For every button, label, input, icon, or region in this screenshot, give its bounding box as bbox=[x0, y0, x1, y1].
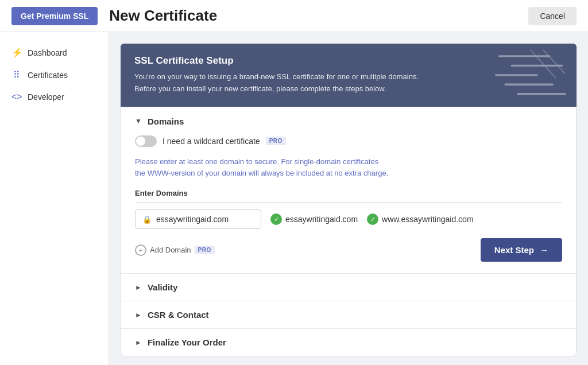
domain-input-wrapper: 🔒 bbox=[135, 209, 261, 229]
finalize-section-title: Finalize Your Order bbox=[148, 337, 226, 347]
setup-card: ▼ Domains I need a wildcard certificate … bbox=[121, 107, 577, 357]
domain-input[interactable] bbox=[156, 215, 254, 224]
sidebar-item-label: Developer bbox=[28, 92, 64, 102]
chevron-down-icon: ▼ bbox=[135, 117, 142, 125]
add-domain-button[interactable]: + Add Domain PRO bbox=[135, 244, 215, 256]
enter-domains-label: Enter Domains bbox=[135, 189, 562, 197]
domains-row: 🔒 ✓ essaywritingaid.com ✓ www.essaywriti… bbox=[135, 209, 562, 229]
check-icon-1: ✓ bbox=[270, 213, 282, 225]
info-text: Please enter at least one domain to secu… bbox=[135, 156, 562, 180]
finalize-section: ► Finalize Your Order bbox=[121, 329, 576, 356]
confirmed-domain-2: ✓ www.essaywritingaid.com bbox=[367, 213, 474, 225]
chevron-right-icon: ► bbox=[135, 339, 142, 347]
wildcard-toggle[interactable] bbox=[135, 135, 157, 147]
wildcard-row: I need a wildcard certificate PRO bbox=[135, 135, 562, 147]
bottom-row: + Add Domain PRO Next Step → bbox=[135, 238, 562, 262]
csr-contact-section-header[interactable]: ► CSR & Contact bbox=[121, 301, 576, 328]
grid-icon: ⠿ bbox=[11, 69, 22, 80]
validity-section-header[interactable]: ► Validity bbox=[121, 274, 576, 301]
plus-circle-icon: + bbox=[135, 244, 146, 256]
page-title: New Certificate bbox=[109, 7, 517, 25]
lock-icon: 🔒 bbox=[142, 215, 152, 224]
ssl-banner: SSL Certificate Setup You're on your way… bbox=[121, 44, 577, 107]
main-content: SSL Certificate Setup You're on your way… bbox=[109, 32, 588, 365]
get-premium-button[interactable]: Get Premium SSL bbox=[11, 7, 98, 25]
sidebar-item-label: Dashboard bbox=[28, 48, 67, 57]
ssl-banner-description: You're on your way to issuing a brand-ne… bbox=[134, 71, 479, 95]
sidebar: ⚡ Dashboard ⠿ Certificates <> Developer bbox=[0, 32, 109, 365]
main-layout: ⚡ Dashboard ⠿ Certificates <> Developer … bbox=[0, 32, 588, 365]
domains-section: ▼ Domains I need a wildcard certificate … bbox=[121, 107, 576, 274]
sidebar-item-certificates[interactable]: ⠿ Certificates bbox=[0, 64, 109, 86]
sidebar-item-label: Certificates bbox=[28, 71, 68, 80]
svg-line-5 bbox=[531, 50, 556, 78]
confirmed-domain-1: ✓ essaywritingaid.com bbox=[270, 213, 358, 225]
domains-section-body: I need a wildcard certificate PRO Please… bbox=[121, 135, 576, 274]
csr-contact-section-title: CSR & Contact bbox=[148, 310, 209, 320]
svg-line-6 bbox=[543, 50, 565, 74]
add-domain-pro-badge: PRO bbox=[195, 246, 215, 254]
wildcard-pro-badge: PRO bbox=[266, 137, 286, 145]
banner-decoration bbox=[485, 44, 577, 107]
sidebar-item-developer[interactable]: <> Developer bbox=[0, 86, 109, 108]
chevron-right-icon: ► bbox=[135, 311, 142, 319]
domains-section-title: Domains bbox=[148, 117, 184, 126]
confirmed-domain-1-label: essaywritingaid.com bbox=[285, 215, 358, 224]
chevron-right-icon: ► bbox=[135, 284, 142, 292]
domains-section-header[interactable]: ▼ Domains bbox=[121, 107, 576, 135]
code-icon: <> bbox=[11, 92, 22, 102]
top-bar: Get Premium SSL New Certificate Cancel bbox=[0, 0, 588, 32]
next-step-label: Next Step bbox=[494, 245, 534, 255]
wildcard-label: I need a wildcard certificate bbox=[163, 137, 260, 146]
sidebar-item-dashboard[interactable]: ⚡ Dashboard bbox=[0, 41, 109, 64]
confirmed-domain-2-label: www.essaywritingaid.com bbox=[382, 215, 474, 224]
validity-section: ► Validity bbox=[121, 274, 576, 301]
validity-section-title: Validity bbox=[148, 282, 178, 292]
csr-contact-section: ► CSR & Contact bbox=[121, 301, 576, 329]
add-domain-label: Add Domain bbox=[150, 246, 191, 254]
lightning-icon: ⚡ bbox=[11, 47, 22, 58]
next-step-button[interactable]: Next Step → bbox=[481, 238, 562, 262]
check-icon-2: ✓ bbox=[367, 213, 378, 225]
arrow-right-icon: → bbox=[540, 245, 548, 255]
finalize-section-header[interactable]: ► Finalize Your Order bbox=[121, 329, 576, 356]
domains-divider bbox=[135, 202, 562, 203]
cancel-button[interactable]: Cancel bbox=[528, 7, 577, 25]
